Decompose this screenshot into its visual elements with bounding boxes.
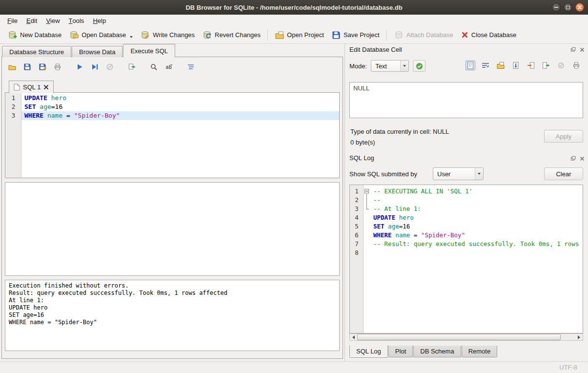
write-changes-button[interactable]: Write Changes bbox=[137, 28, 199, 41]
close-panel-button[interactable] bbox=[579, 46, 585, 53]
titlebar: DB Browser for SQLite - /home/user/code/… bbox=[0, 0, 588, 15]
left-panel: Database Structure Browse Data Execute S… bbox=[0, 44, 345, 361]
format-sql-button[interactable] bbox=[185, 62, 196, 72]
close-panel-button[interactable] bbox=[579, 155, 585, 162]
encoding-indicator[interactable]: UTF-8 bbox=[559, 364, 577, 371]
print-icon bbox=[54, 63, 61, 71]
save-sql-file-as-button[interactable] bbox=[37, 62, 48, 72]
execute-current-line-button[interactable] bbox=[89, 62, 100, 72]
close-button[interactable] bbox=[575, 3, 584, 12]
cell-editor[interactable]: NULL bbox=[349, 82, 583, 118]
open-database-dropdown-icon[interactable] bbox=[130, 36, 133, 38]
mode-options-icon bbox=[416, 62, 423, 70]
open-database-button[interactable]: Open Database bbox=[65, 28, 137, 41]
write-changes-icon bbox=[141, 30, 150, 40]
apply-button: Apply bbox=[544, 130, 583, 143]
export-data-icon bbox=[542, 62, 550, 69]
float-panel-button[interactable] bbox=[570, 46, 576, 53]
close-tab-icon[interactable] bbox=[43, 84, 49, 90]
tab-browse-data[interactable]: Browse Data bbox=[72, 46, 122, 57]
filter-label: Show SQL submitted by bbox=[349, 170, 433, 178]
format-sql-icon bbox=[187, 63, 195, 71]
log-horizontal-scrollbar[interactable] bbox=[349, 333, 583, 341]
tab-remote[interactable]: Remote bbox=[462, 346, 498, 357]
replace-icon: ab bbox=[165, 63, 173, 71]
sql-editor[interactable]: 1UPDATE hero2SET age=163WHERE name = "Sp… bbox=[5, 92, 340, 178]
close-database-button[interactable]: Close Database bbox=[457, 29, 521, 41]
scroll-left-icon bbox=[352, 335, 355, 339]
right-panel: Edit Database Cell Mode: Text bbox=[345, 44, 588, 361]
export-cell-button[interactable] bbox=[541, 61, 551, 70]
sql1-tab[interactable]: SQL 1 bbox=[9, 81, 54, 93]
menu-tools[interactable]: Tools bbox=[64, 15, 89, 26]
import-cell-button[interactable] bbox=[526, 61, 536, 70]
open-cell-file-button[interactable] bbox=[496, 61, 506, 70]
execute-current-line-icon bbox=[91, 63, 99, 71]
submitted-by-select[interactable]: User bbox=[433, 167, 484, 180]
find-button[interactable] bbox=[148, 62, 159, 72]
edit-cell-title: Edit Database Cell bbox=[349, 46, 402, 53]
tab-database-structure[interactable]: Database Structure bbox=[2, 46, 71, 57]
export-results-button[interactable] bbox=[126, 62, 137, 72]
save-sql-file-as-icon bbox=[39, 63, 46, 71]
text-view-icon bbox=[467, 62, 474, 69]
open-project-label: Open Project bbox=[287, 31, 324, 39]
tab-plot[interactable]: Plot bbox=[388, 346, 413, 357]
menu-view[interactable]: View bbox=[41, 15, 64, 26]
scroll-left-button[interactable] bbox=[350, 334, 357, 340]
menu-file[interactable]: File bbox=[3, 15, 22, 26]
tab-db-schema[interactable]: DB Schema bbox=[413, 346, 461, 357]
word-wrap-button[interactable] bbox=[481, 61, 490, 70]
replace-button[interactable]: ab bbox=[163, 62, 174, 72]
dropdown-arrow-icon bbox=[475, 168, 483, 180]
stop-execution-button bbox=[104, 62, 115, 72]
main-content: Database Structure Browse Data Execute S… bbox=[0, 44, 588, 361]
export-results-icon bbox=[128, 63, 136, 71]
save-cell-file-button[interactable] bbox=[511, 61, 521, 70]
open-project-button[interactable]: Open Project bbox=[271, 29, 328, 41]
print-sql-button[interactable] bbox=[52, 62, 63, 72]
tab-sql-log[interactable]: SQL Log bbox=[349, 345, 388, 358]
results-grid[interactable] bbox=[5, 182, 340, 276]
mode-options-button[interactable] bbox=[413, 60, 426, 72]
word-wrap-icon bbox=[482, 62, 489, 69]
edit-cell-dock-buttons bbox=[570, 46, 585, 53]
attach-database-label: Attach Database bbox=[406, 31, 453, 39]
window-title: DB Browser for SQLite - /home/user/code/… bbox=[185, 4, 402, 11]
new-database-icon bbox=[8, 30, 17, 40]
scroll-right-button[interactable] bbox=[575, 334, 583, 340]
scrollbar-track[interactable] bbox=[357, 334, 575, 340]
minimize-icon bbox=[554, 7, 558, 8]
cell-type-info: Type of data currently in cell: NULL bbox=[350, 128, 449, 135]
minimize-button[interactable] bbox=[552, 3, 561, 12]
new-database-button[interactable]: New Database bbox=[4, 28, 65, 41]
mode-label: Mode: bbox=[349, 62, 367, 70]
text-view-button[interactable] bbox=[466, 61, 475, 70]
menu-edit[interactable]: Edit bbox=[22, 15, 41, 26]
print-cell-button[interactable] bbox=[571, 61, 581, 70]
revert-changes-button[interactable]: Revert Changes bbox=[199, 28, 264, 41]
execution-message-area[interactable]: Execution finished without errors.Result… bbox=[5, 280, 340, 351]
save-sql-file-button[interactable] bbox=[22, 62, 33, 72]
maximize-button[interactable] bbox=[564, 3, 572, 12]
main-toolbar: New Database Open Database Write Changes… bbox=[0, 26, 588, 44]
execute-all-button[interactable] bbox=[74, 62, 85, 72]
open-sql-file-button[interactable] bbox=[7, 62, 18, 72]
menu-help[interactable]: Help bbox=[88, 15, 110, 26]
clear-log-button[interactable]: Clear bbox=[544, 167, 583, 180]
scroll-right-icon bbox=[578, 335, 580, 339]
sql1-tab-label: SQL 1 bbox=[23, 83, 41, 91]
float-panel-icon bbox=[570, 47, 576, 52]
execute-all-icon bbox=[76, 63, 83, 71]
revert-changes-icon bbox=[203, 30, 212, 40]
open-database-label: Open Database bbox=[81, 31, 126, 39]
sql-subtab-bar: SQL 1 bbox=[5, 80, 340, 93]
tab-execute-sql[interactable]: Execute SQL bbox=[123, 44, 175, 57]
sql-log-view[interactable]: 1-- EXECUTING ALL IN 'SQL 1'2--3-- At li… bbox=[349, 185, 583, 333]
new-database-label: New Database bbox=[20, 31, 61, 39]
open-project-icon bbox=[275, 31, 284, 40]
float-panel-button[interactable] bbox=[570, 155, 576, 162]
save-project-button[interactable]: Save Project bbox=[328, 29, 384, 41]
scrollbar-thumb[interactable] bbox=[357, 334, 561, 340]
cell-mode-select[interactable]: Text bbox=[371, 60, 409, 72]
